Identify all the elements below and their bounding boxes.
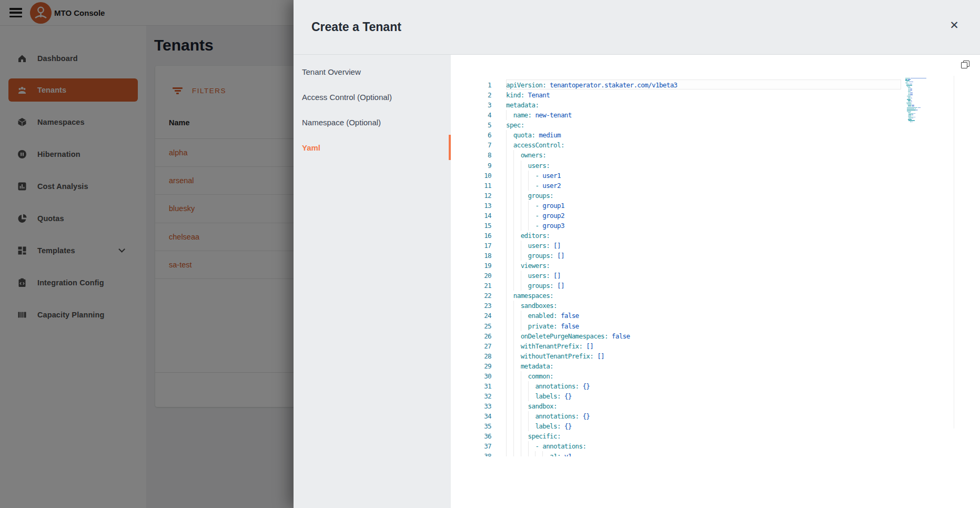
line-content: groups: []	[506, 251, 564, 261]
line-number: 3	[451, 101, 491, 109]
code-line: 2kind: Tenant	[451, 90, 980, 100]
line-content: sandbox:	[506, 401, 557, 411]
code-line: 30common:	[451, 371, 980, 381]
line-content: common:	[506, 371, 553, 381]
line-content: withoutTenantPrefix: []	[506, 351, 604, 361]
line-number: 14	[451, 212, 491, 220]
line-number: 5	[451, 121, 491, 129]
code-line: 4name: new-tenant	[451, 110, 980, 120]
code-line: 37- annotations:	[451, 441, 980, 451]
line-number: 8	[451, 151, 491, 159]
line-content: - group1	[506, 201, 564, 211]
line-number: 1	[451, 81, 491, 89]
code-line: 31annotations: {}	[451, 381, 980, 391]
copy-icon[interactable]	[961, 61, 972, 71]
line-number: 16	[451, 232, 491, 240]
line-content: namespaces:	[506, 291, 553, 301]
line-content: sandboxes:	[506, 301, 557, 311]
line-number: 13	[451, 202, 491, 210]
line-number: 27	[451, 342, 491, 350]
line-number: 19	[451, 262, 491, 270]
line-content: users: []	[506, 271, 561, 281]
code-line: 21groups: []	[451, 281, 980, 291]
code-line: 34annotations: {}	[451, 411, 980, 421]
line-content: groups:	[506, 191, 553, 201]
code-line: 27withTenantPrefix: []	[451, 341, 980, 351]
tab-access-control-optional[interactable]: Access Control (Optional)	[294, 84, 451, 109]
line-number: 33	[451, 402, 491, 410]
line-number: 10	[451, 172, 491, 180]
screen: MTO Console DashboardTenantsNamespacesHi…	[0, 0, 980, 508]
drawer-title: Create a Tenant	[311, 20, 401, 34]
code-line: 25private: false	[451, 321, 980, 331]
tab-namespace-optional[interactable]: Namespace (Optional)	[294, 109, 451, 135]
line-content: - group3	[506, 221, 564, 231]
line-content: metadata:	[506, 361, 553, 371]
line-number: 4	[451, 111, 491, 119]
line-content: viewers:	[506, 261, 550, 271]
code-line: 11- user2	[451, 181, 980, 191]
line-number: 32	[451, 392, 491, 400]
line-content: specific:	[506, 431, 561, 441]
line-number: 2	[451, 91, 491, 99]
drawer-header: Create a Tenant ✕	[294, 0, 980, 55]
line-content: metadata:	[506, 100, 539, 110]
line-number: 7	[451, 141, 491, 149]
line-content: spec:	[506, 120, 524, 130]
line-content: apiVersion: tenantoperator.stakater.com/…	[506, 80, 678, 90]
line-number: 15	[451, 222, 491, 230]
line-number: 11	[451, 182, 491, 190]
tab-yaml[interactable]: Yaml	[294, 135, 451, 160]
create-tenant-drawer: Create a Tenant ✕ Tenant OverviewAccess …	[294, 0, 980, 508]
minimap[interactable]	[905, 78, 933, 125]
code-line: 13- group1	[451, 201, 980, 211]
line-content: - user2	[506, 181, 561, 191]
line-content: - annotations:	[506, 441, 586, 451]
code-line: 26onDeletePurgeNamespaces: false	[451, 331, 980, 341]
code-line: 29metadata:	[451, 361, 980, 371]
line-content: kind: Tenant	[506, 90, 550, 100]
code-line: 23sandboxes:	[451, 301, 980, 311]
code-line: 38a1: v1	[451, 451, 980, 456]
line-content: name: new-tenant	[506, 110, 572, 120]
line-number: 37	[451, 442, 491, 450]
line-content: groups: []	[506, 281, 564, 291]
editor-ruler	[954, 76, 954, 429]
code-line: 35labels: {}	[451, 421, 980, 431]
code-line: 32labels: {}	[451, 391, 980, 401]
code-line: 3metadata:	[451, 100, 980, 110]
code-line: 15- group3	[451, 221, 980, 231]
line-number: 26	[451, 332, 491, 340]
code-line: 6quota: medium	[451, 130, 980, 140]
line-number: 17	[451, 242, 491, 250]
code-line: 5spec:	[451, 120, 980, 130]
code-line: 14- group2	[451, 211, 980, 221]
line-number: 23	[451, 302, 491, 310]
line-content: onDeletePurgeNamespaces: false	[506, 331, 630, 341]
line-content: annotations: {}	[506, 411, 590, 421]
line-number: 22	[451, 292, 491, 300]
line-content: - user1	[506, 171, 561, 181]
tab-tenant-overview[interactable]: Tenant Overview	[294, 59, 451, 84]
yaml-editor[interactable]: 1apiVersion: tenantoperator.stakater.com…	[451, 55, 980, 456]
line-content: quota: medium	[506, 130, 561, 140]
line-content: - group2	[506, 211, 564, 221]
code-line: 1apiVersion: tenantoperator.stakater.com…	[451, 80, 980, 90]
line-content: private: false	[506, 321, 579, 331]
code-line: 7accessControl:	[451, 140, 980, 150]
line-content: a1: v1	[506, 451, 572, 456]
code-line: 33sandbox:	[451, 401, 980, 411]
line-content: owners:	[506, 150, 546, 160]
line-content: editors:	[506, 231, 550, 241]
line-number: 29	[451, 362, 491, 370]
line-number: 30	[451, 372, 491, 380]
close-icon[interactable]: ✕	[945, 16, 964, 35]
line-number: 20	[451, 272, 491, 280]
line-content: labels: {}	[506, 391, 572, 401]
line-number: 28	[451, 352, 491, 360]
line-number: 21	[451, 282, 491, 290]
line-content: users: []	[506, 241, 561, 251]
code-line: 17users: []	[451, 241, 980, 251]
line-content: annotations: {}	[506, 381, 590, 391]
code-line: 19viewers:	[451, 261, 980, 271]
